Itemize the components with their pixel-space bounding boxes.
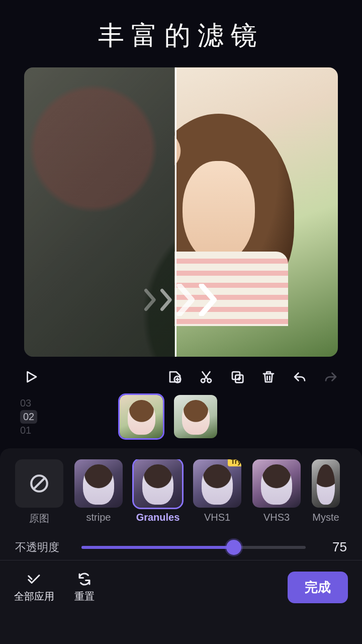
apply-all-label: 全部应用 — [14, 590, 54, 603]
reset-label: 重置 — [74, 590, 95, 603]
page-headline: 丰富的滤镜 — [0, 18, 362, 53]
add-tag-button[interactable] — [164, 366, 186, 388]
filter-vhs3[interactable]: VHS3 — [251, 459, 302, 523]
filter-myste[interactable]: Myste — [311, 459, 341, 523]
layer-indicator: 03 02 01 — [20, 397, 37, 436]
opacity-value: 75 — [317, 539, 347, 555]
no-filter-icon — [15, 459, 63, 508]
filter-label: 原图 — [29, 512, 49, 525]
filter-strip[interactable]: 原图 stripe Granules Try VHS1 VHS3 — [0, 459, 362, 525]
filter-label: VHS1 — [204, 512, 230, 523]
layer-above: 03 — [20, 397, 37, 409]
opacity-slider[interactable] — [81, 540, 306, 554]
swipe-chevrons-icon — [143, 284, 220, 318]
filter-label: VHS3 — [263, 512, 290, 523]
filter-none[interactable]: 原图 — [14, 459, 64, 525]
play-button[interactable] — [20, 366, 42, 388]
filter-label: Myste — [312, 512, 339, 523]
clip-thumbnail[interactable] — [174, 395, 217, 438]
filter-stripe[interactable]: stripe — [73, 459, 124, 523]
apply-all-button[interactable]: 全部应用 — [14, 572, 54, 603]
delete-button[interactable] — [257, 366, 280, 388]
layer-below: 01 — [20, 425, 37, 436]
filter-label: Granules — [136, 512, 180, 523]
filter-granules[interactable]: Granules — [133, 459, 183, 523]
opacity-label: 不透明度 — [15, 540, 70, 555]
undo-button[interactable] — [289, 366, 311, 388]
clip-thumbnail[interactable] — [120, 395, 163, 438]
try-badge: Try — [228, 459, 241, 466]
filter-vhs1[interactable]: Try VHS1 — [192, 459, 242, 523]
cut-button[interactable] — [195, 366, 217, 388]
done-button[interactable]: 完成 — [288, 572, 348, 603]
preview-compare[interactable] — [24, 67, 338, 357]
copy-button[interactable] — [226, 366, 248, 388]
reset-button[interactable]: 重置 — [74, 572, 95, 603]
filter-label: stripe — [86, 512, 111, 523]
redo-button[interactable] — [320, 366, 342, 388]
filters-panel: 原图 stripe Granules Try VHS1 VHS3 — [0, 448, 362, 644]
layer-active[interactable]: 02 — [20, 410, 37, 424]
